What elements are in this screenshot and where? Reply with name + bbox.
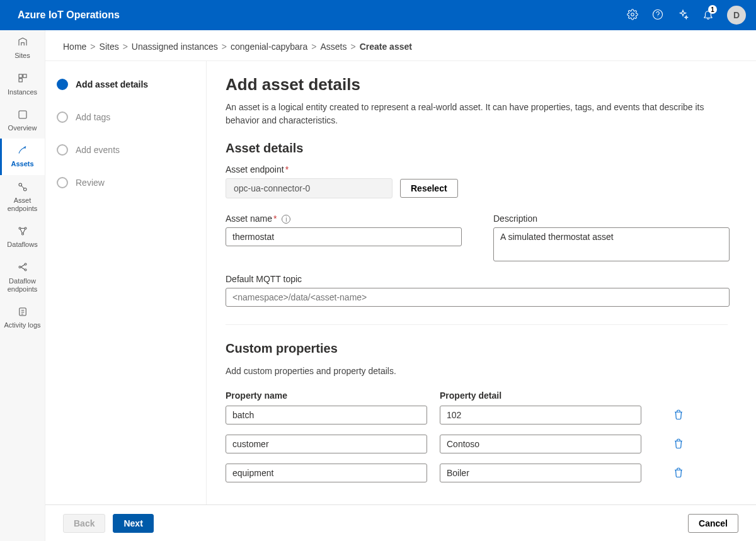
delete-property-button[interactable] — [673, 467, 684, 480]
custom-properties-sub: Add custom properties and property detai… — [226, 365, 728, 378]
wizard-step-events[interactable]: Add events — [57, 144, 195, 156]
asset-name-label: Asset name* i — [226, 214, 462, 224]
property-name-input[interactable] — [226, 464, 427, 482]
svg-point-2 — [658, 16, 658, 17]
delete-property-button[interactable] — [673, 409, 684, 422]
wizard-footer: Back Next Cancel — [45, 504, 756, 541]
breadcrumb-link[interactable]: Unassigned instances — [132, 42, 218, 52]
breadcrumb-link[interactable]: Sites — [100, 42, 119, 52]
asset-endpoint-label: Asset endpoint* — [226, 164, 728, 174]
overview-icon — [17, 109, 28, 122]
help-button[interactable] — [645, 0, 670, 30]
page-intro: An asset is a logical entity created to … — [226, 101, 728, 127]
sidenav-item-label: Activity logs — [4, 321, 40, 329]
sparkle-icon — [677, 9, 689, 22]
svg-point-14 — [25, 269, 26, 271]
step-dot-icon — [57, 111, 68, 123]
property-detail-header: Property detail — [440, 390, 641, 401]
asset-details-heading: Asset details — [226, 141, 728, 156]
sidenav-item-label: Overview — [8, 124, 37, 132]
property-detail-input[interactable] — [440, 464, 641, 482]
property-detail-input[interactable] — [440, 406, 641, 424]
property-row — [226, 435, 728, 453]
wizard-step-tags[interactable]: Add tags — [57, 111, 195, 123]
svg-rect-4 — [23, 74, 26, 77]
activity-logs-icon — [17, 306, 28, 319]
wizard-step-label: Add events — [76, 145, 120, 155]
breadcrumb-separator: > — [222, 42, 227, 52]
description-label: Description — [493, 214, 730, 224]
wizard-steps: Add asset detailsAdd tagsAdd eventsRevie… — [45, 61, 207, 504]
user-avatar[interactable]: D — [727, 6, 746, 25]
sidenav-item-label: Asset endpoints — [1, 196, 43, 213]
notification-badge: 1 — [708, 5, 717, 14]
wizard-step-label: Add tags — [76, 112, 110, 122]
instances-icon — [17, 72, 28, 86]
sidenav-item-asset-endpoints[interactable]: Asset endpoints — [0, 175, 45, 220]
wizard-step-details[interactable]: Add asset details — [57, 79, 195, 90]
property-row — [226, 464, 728, 482]
sites-icon — [17, 37, 28, 50]
property-name-header: Property name — [226, 390, 427, 401]
help-icon — [652, 9, 663, 22]
breadcrumb-link[interactable]: Assets — [320, 42, 346, 52]
sidenav-item-label: Sites — [14, 52, 30, 60]
breadcrumb-link[interactable]: Home — [63, 42, 86, 52]
top-bar: Azure IoT Operations 1 D — [0, 0, 756, 30]
sidenav-item-instances[interactable]: Instances — [0, 66, 45, 102]
svg-point-0 — [631, 13, 634, 16]
mqtt-topic-input[interactable] — [226, 288, 730, 307]
property-row — [226, 406, 728, 424]
description-input[interactable] — [493, 227, 730, 261]
property-name-input[interactable] — [226, 406, 427, 424]
info-icon[interactable]: i — [282, 215, 290, 224]
step-dot-icon — [57, 177, 68, 188]
sidenav-item-dataflows[interactable]: Dataflows — [0, 219, 45, 255]
svg-point-10 — [25, 227, 26, 229]
custom-properties-heading: Custom properties — [226, 341, 728, 356]
next-button[interactable]: Next — [113, 514, 153, 533]
assets-icon — [17, 145, 28, 158]
breadcrumb-link[interactable]: congenial-capybara — [231, 42, 307, 52]
trash-icon — [673, 412, 684, 422]
breadcrumb: Home>Sites>Unassigned instances>congenia… — [45, 30, 756, 61]
property-name-input[interactable] — [226, 435, 427, 453]
form-area: Add asset details An asset is a logical … — [207, 61, 756, 504]
wizard-step-label: Review — [76, 178, 105, 188]
cancel-button[interactable]: Cancel — [688, 514, 738, 533]
svg-point-12 — [19, 266, 21, 268]
settings-button[interactable] — [620, 0, 645, 30]
wizard-step-review[interactable]: Review — [57, 177, 195, 188]
mqtt-label: Default MQTT topic — [226, 274, 728, 284]
side-nav: SitesInstancesOverviewAssetsAsset endpoi… — [0, 30, 45, 541]
sidenav-item-assets[interactable]: Assets — [0, 139, 45, 174]
sidenav-item-overview[interactable]: Overview — [0, 103, 45, 139]
sidenav-item-label: Instances — [8, 88, 37, 96]
sidenav-item-dataflow-endpoints[interactable]: Dataflow endpoints — [0, 255, 45, 300]
notifications-button[interactable]: 1 — [696, 0, 721, 30]
property-detail-input[interactable] — [440, 435, 641, 453]
delete-property-button[interactable] — [673, 438, 684, 451]
product-title: Azure IoT Operations — [18, 9, 120, 21]
breadcrumb-separator: > — [311, 42, 316, 52]
breadcrumb-current: Create asset — [360, 42, 412, 52]
svg-rect-3 — [19, 74, 22, 77]
asset-endpoints-icon — [17, 181, 28, 195]
reselect-button[interactable]: Reselect — [400, 179, 458, 198]
trash-icon — [673, 470, 684, 480]
sidenav-item-activity-logs[interactable]: Activity logs — [0, 300, 45, 336]
breadcrumb-separator: > — [350, 42, 355, 52]
svg-point-13 — [25, 263, 26, 265]
gear-icon — [627, 9, 638, 22]
step-dot-icon — [57, 144, 68, 156]
trash-icon — [673, 441, 684, 451]
sidenav-item-sites[interactable]: Sites — [0, 30, 45, 66]
asset-name-input[interactable] — [226, 227, 462, 246]
svg-rect-6 — [19, 111, 26, 118]
breadcrumb-separator: > — [123, 42, 128, 52]
asset-endpoint-value: opc-ua-connector-0 — [226, 178, 392, 198]
back-button[interactable]: Back — [63, 514, 105, 533]
breadcrumb-separator: > — [90, 42, 95, 52]
feedback-button[interactable] — [670, 0, 696, 30]
svg-rect-5 — [19, 79, 22, 82]
